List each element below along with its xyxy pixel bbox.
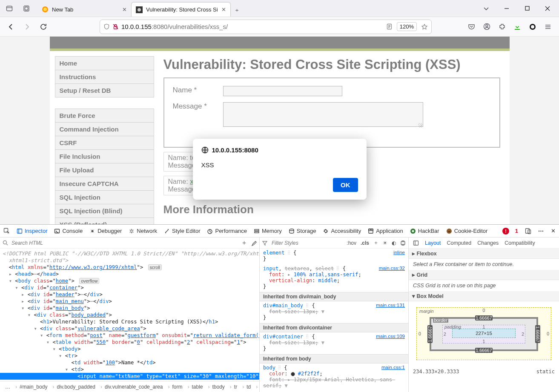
insecure-lock-icon[interactable] [112, 23, 119, 30]
sidebar-item[interactable]: CSRF [55, 136, 154, 149]
add-node-button[interactable]: ＋ [241, 239, 247, 247]
devtools-menu-button[interactable]: ⋯ [538, 228, 544, 234]
zoom-level[interactable]: 120% [397, 22, 417, 31]
filter-styles-input[interactable] [272, 240, 310, 246]
print-sim-icon[interactable] [400, 240, 406, 246]
sidebar-item[interactable]: Home [55, 56, 154, 70]
breadcrumb-item[interactable]: tbody [206, 384, 227, 390]
downloads-icon[interactable] [513, 23, 522, 31]
url-host: 10.0.0.155 [121, 23, 152, 30]
alert-ok-button[interactable]: OK [333, 178, 358, 192]
breadcrumb-item[interactable]: #main_body [13, 384, 50, 390]
contrast-icon[interactable]: ◐ [392, 240, 396, 246]
extensions-icon[interactable] [498, 23, 506, 31]
sidebar-item[interactable]: File Upload [55, 163, 154, 177]
forward-button[interactable] [20, 20, 34, 34]
svg-rect-12 [515, 29, 520, 30]
breadcrumb-item[interactable]: … [3, 384, 13, 390]
page-title: Vulnerability: Stored Cross Site Scripti… [163, 57, 500, 72]
account-icon[interactable] [482, 23, 491, 31]
devtools-close-button[interactable]: ✕ [551, 228, 556, 234]
firefox-view-button[interactable] [20, 3, 32, 14]
sidebar-item[interactable]: XSS (Reflected) [55, 217, 154, 224]
devtools-tab[interactable]: Style Editor [164, 228, 200, 234]
svg-rect-7 [525, 6, 529, 10]
sidebar-toggle-icon[interactable] [413, 240, 419, 246]
layout-subtab[interactable]: Compatibility [505, 240, 535, 246]
devtools-tab[interactable]: HackBar [410, 228, 439, 234]
tab-vulnerability[interactable]: Vulnerability: Stored Cross Si ✕ [131, 2, 231, 17]
close-tab-icon[interactable]: ✕ [221, 6, 226, 13]
maximize-button[interactable] [520, 3, 534, 14]
error-count[interactable]: ! 1 [502, 228, 518, 235]
new-rule-button[interactable]: ＋ [373, 239, 378, 246]
tab-label: Vulnerability: Stored Cross Si [146, 6, 218, 13]
reader-mode-icon[interactable] [386, 23, 393, 30]
name-input[interactable] [223, 86, 342, 96]
devtools-tab[interactable]: Storage [289, 228, 316, 234]
reload-button[interactable] [37, 20, 50, 34]
responsive-mode-button[interactable] [525, 228, 531, 234]
addon-icon[interactable] [528, 23, 537, 31]
sidebar-item[interactable]: Brute Force [55, 109, 154, 122]
shield-icon[interactable] [103, 23, 110, 30]
sidebar-item[interactable]: File Inclusion [55, 149, 154, 163]
new-tab-button[interactable]: ＋ [231, 4, 244, 17]
close-window-button[interactable] [540, 3, 555, 14]
css-rules-panel[interactable]: element ⦙⦙ {inline} main.css:32input, te… [260, 249, 408, 392]
message-textarea[interactable] [223, 102, 423, 127]
sidebar: HomeInstructionsSetup / Reset DB Brute F… [50, 51, 154, 224]
devtools-tab[interactable]: Memory [254, 228, 282, 234]
layout-tabs[interactable]: LayoutComputedChangesCompatibility [409, 237, 559, 249]
light-mode-icon[interactable]: ☀ [383, 240, 387, 246]
cls-toggle[interactable]: .cls [361, 240, 369, 246]
devtools-tab[interactable]: Inspector [17, 228, 47, 234]
breadcrumb-item[interactable]: div.body_padded [50, 384, 98, 390]
app-menu-icon[interactable] [544, 23, 552, 31]
devtools-tab[interactable]: Network [129, 228, 157, 234]
devtools-tab[interactable]: Debugger [89, 228, 122, 234]
browser-titlebar: New Tab ✕ Vulnerability: Stored Cross Si… [0, 0, 559, 17]
sidebar-item[interactable]: Insecure CAPTCHA [55, 177, 154, 190]
breadcrumb-item[interactable]: table [185, 384, 205, 390]
sidebar-item[interactable]: SQL Injection (Blind) [55, 204, 154, 217]
bookmark-star-icon[interactable] [421, 23, 428, 30]
eyedropper-button[interactable] [251, 240, 257, 246]
breadcrumb-item[interactable]: div.vulnerable_code_area [98, 384, 166, 390]
recent-tabs-button[interactable] [3, 3, 15, 14]
tab-new-tab[interactable]: New Tab ✕ [37, 2, 131, 17]
breadcrumb-item[interactable]: input [253, 384, 259, 390]
breadcrumbs[interactable]: …#main_bodydiv.body_paddeddiv.vulnerable… [0, 381, 259, 392]
site-favicon [136, 6, 143, 13]
devtools-tab[interactable]: Accessibility [323, 228, 361, 234]
back-button[interactable] [4, 20, 18, 34]
vulnerable-code-area: Name * Message * [163, 77, 500, 148]
svg-rect-31 [401, 242, 405, 244]
list-tabs-button[interactable] [479, 3, 493, 14]
sidebar-item[interactable]: SQL Injection [55, 190, 154, 204]
hov-toggle[interactable]: :hov [347, 240, 356, 246]
devtools-tab[interactable]: Cookie-Editor [446, 228, 488, 234]
devtools-tab[interactable]: Application [368, 228, 403, 234]
layout-subtab[interactable]: Layout [425, 240, 441, 246]
devtools-tab[interactable]: Console [54, 228, 83, 234]
message-label: Message * [173, 102, 223, 111]
close-tab-icon[interactable]: ✕ [122, 6, 127, 13]
pick-element-button[interactable] [3, 228, 10, 234]
minimize-button[interactable] [499, 3, 514, 14]
search-html-input[interactable] [11, 240, 238, 246]
layout-subtab[interactable]: Changes [477, 240, 499, 246]
sidebar-item[interactable]: Setup / Reset DB [55, 83, 154, 97]
url-bar[interactable]: 10.0.0.155:8080/vulnerabilities/xss_s/ 1… [100, 20, 432, 34]
sidebar-item[interactable]: Command Injection [55, 122, 154, 136]
svg-point-6 [138, 8, 141, 11]
sidebar-item[interactable]: Instructions [55, 70, 154, 83]
breadcrumb-item[interactable]: form [165, 384, 185, 390]
breadcrumb-item[interactable]: td [240, 384, 253, 390]
pocket-icon[interactable] [467, 23, 476, 31]
box-model-diagram[interactable]: margin 0 0 0 border 1.66667 1.66667 1.66… [409, 301, 559, 366]
devtools-tab[interactable]: Performance [207, 228, 247, 234]
layout-subtab[interactable]: Computed [447, 240, 472, 246]
dom-tree[interactable]: <!DOCTYPE html PUBLIC "-//W3C//DTD XHTML… [0, 249, 259, 381]
breadcrumb-item[interactable]: tr [227, 384, 240, 390]
